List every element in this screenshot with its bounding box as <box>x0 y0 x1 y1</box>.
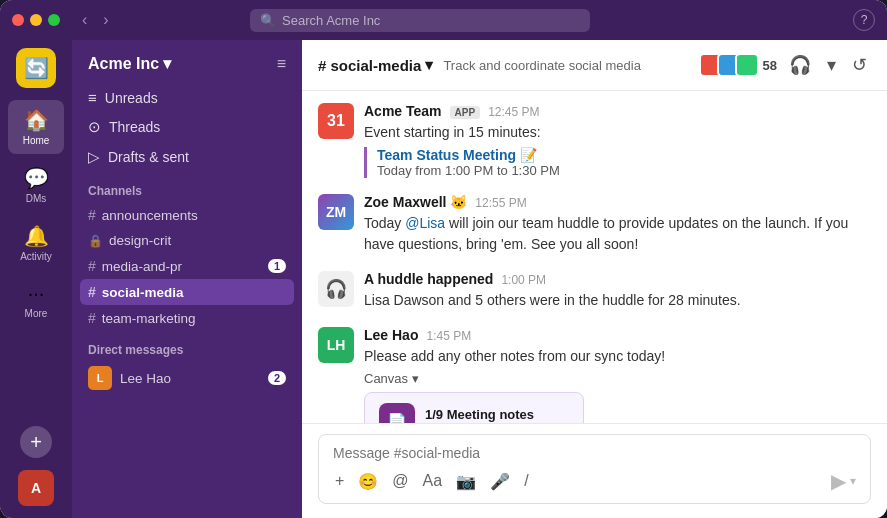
dm-name: Lee Hao <box>120 371 171 386</box>
channel-chevron-icon: ▾ <box>425 56 433 74</box>
message-input[interactable] <box>333 445 856 461</box>
zoe-maxwell-sender: Zoe Maxwell 🐱 <box>364 194 467 210</box>
sidebar-item-home[interactable]: 🏠 Home <box>8 100 64 154</box>
huddle-avatar: 🎧 <box>318 271 354 307</box>
workspace-name-text: Acme Inc <box>88 55 159 73</box>
meeting-card[interactable]: Team Status Meeting 📝 Today from 1:00 PM… <box>364 147 871 178</box>
unreads-label: Unreads <box>105 90 158 106</box>
channel-item-team-marketing[interactable]: # team-marketing <box>80 305 294 331</box>
sidebar: Acme Inc ▾ ≡ ≡ Unreads ⊙ Threads ▷ Draft… <box>72 40 302 518</box>
send-dropdown-button[interactable]: ▾ <box>850 474 856 488</box>
icon-rail: 🔄 🏠 Home 💬 DMs 🔔 Activity ··· More + A <box>0 40 72 518</box>
channel-header: # social-media ▾ Track and coordinate so… <box>302 40 887 91</box>
close-button[interactable] <box>12 14 24 26</box>
message-huddle: 🎧 A huddle happened 1:00 PM Lisa Dawson … <box>318 271 871 311</box>
user-avatar[interactable]: A <box>18 470 54 506</box>
huddle-button[interactable]: 🎧 <box>785 50 815 80</box>
maximize-button[interactable] <box>48 14 60 26</box>
channel-name: social-media <box>102 285 184 300</box>
member-avatars[interactable]: 58 <box>699 53 777 77</box>
traffic-lights <box>12 14 60 26</box>
message-input-box[interactable]: + 😊 @ Aa 📷 🎤 / ▶ ▾ <box>318 434 871 504</box>
sidebar-item-unreads[interactable]: ≡ Unreads <box>80 83 294 112</box>
help-button[interactable]: ? <box>853 9 875 31</box>
lee-hao-text: Please add any other notes from our sync… <box>364 346 871 367</box>
hash-icon: # <box>88 207 96 223</box>
sidebar-item-dms[interactable]: 💬 DMs <box>8 158 64 212</box>
member-avatar-3 <box>735 53 759 77</box>
zoe-maxwell-body: Zoe Maxwell 🐱 12:55 PM Today @Lisa will … <box>364 194 871 255</box>
zoe-maxwell-text: Today @Lisa will join our team huddle to… <box>364 213 871 255</box>
hash-icon: # <box>88 284 96 300</box>
audio-button[interactable]: 🎤 <box>488 470 512 493</box>
huddle-dropdown-button[interactable]: ▾ <box>823 50 840 80</box>
messages-area: 31 Acme Team APP 12:45 PM Event starting… <box>302 91 887 423</box>
video-button[interactable]: 📷 <box>454 470 478 493</box>
sidebar-item-activity[interactable]: 🔔 Activity <box>8 216 64 270</box>
canvas-title: 1/9 Meeting notes <box>425 407 534 422</box>
dm-item-lee-hao[interactable]: L Lee Hao 2 <box>72 361 302 395</box>
channel-item-media-and-pr[interactable]: # media-and-pr 1 <box>80 253 294 279</box>
huddle-text: Lisa Dawson and 5 others were in the hud… <box>364 290 871 311</box>
home-icon: 🏠 <box>24 108 49 132</box>
acme-team-header: Acme Team APP 12:45 PM <box>364 103 871 119</box>
canvas-info: 1/9 Meeting notes Canvas <box>425 407 534 424</box>
channel-title[interactable]: # social-media ▾ <box>318 56 433 74</box>
channel-name-text: # social-media <box>318 57 421 74</box>
search-input[interactable] <box>282 13 580 28</box>
search-icon: 🔍 <box>260 13 276 28</box>
workspace-name[interactable]: Acme Inc ▾ <box>88 54 171 73</box>
canvas-preview[interactable]: 📄 1/9 Meeting notes Canvas <box>364 392 584 423</box>
threads-icon: ⊙ <box>88 118 101 136</box>
member-count: 58 <box>763 58 777 73</box>
lee-hao-message-avatar: LH <box>318 327 354 363</box>
minimize-button[interactable] <box>30 14 42 26</box>
sidebar-item-more[interactable]: ··· More <box>8 274 64 327</box>
channel-item-announcements[interactable]: # announcements <box>80 202 294 228</box>
nav-buttons: ‹ › <box>76 9 115 31</box>
mention-button[interactable]: @ <box>390 470 410 492</box>
acme-team-body: Acme Team APP 12:45 PM Event starting in… <box>364 103 871 178</box>
main-content: # social-media ▾ Track and coordinate so… <box>302 40 887 518</box>
add-workspace-button[interactable]: + <box>20 426 52 458</box>
lock-icon: 🔒 <box>88 234 103 248</box>
sidebar-filter-button[interactable]: ≡ <box>277 55 286 73</box>
meeting-title: Team Status Meeting 📝 <box>377 147 871 163</box>
channel-item-design-crit[interactable]: 🔒 design-crit <box>80 228 294 253</box>
message-input-area: + 😊 @ Aa 📷 🎤 / ▶ ▾ <box>302 423 887 518</box>
channel-name: media-and-pr <box>102 259 182 274</box>
activity-icon: 🔔 <box>24 224 49 248</box>
workspace-chevron-icon: ▾ <box>163 54 171 73</box>
canvas-icon: 📄 <box>379 403 415 423</box>
dms-icon: 💬 <box>24 166 49 190</box>
nav-back-button[interactable]: ‹ <box>76 9 93 31</box>
huddle-sender: A huddle happened <box>364 271 493 287</box>
message-zoe-maxwell: ZM Zoe Maxwell 🐱 12:55 PM Today @Lisa wi… <box>318 194 871 255</box>
drafts-label: Drafts & sent <box>108 149 189 165</box>
canvas-button[interactable]: ↺ <box>848 50 871 80</box>
meeting-time: Today from 1:00 PM to 1:30 PM <box>377 163 871 178</box>
channel-name: team-marketing <box>102 311 196 326</box>
slash-button[interactable]: / <box>522 470 530 492</box>
channel-name: design-crit <box>109 233 171 248</box>
format-button[interactable]: Aa <box>421 470 445 492</box>
search-bar[interactable]: 🔍 <box>250 9 590 32</box>
attach-button[interactable]: + <box>333 470 346 492</box>
sidebar-nav: ≡ Unreads ⊙ Threads ▷ Drafts & sent <box>72 83 302 172</box>
message-lee-hao: LH Lee Hao 1:45 PM Please add any other … <box>318 327 871 423</box>
dms-label: DMs <box>26 193 47 204</box>
workspace-icon[interactable]: 🔄 <box>16 48 56 88</box>
unread-badge: 1 <box>268 259 286 273</box>
send-button[interactable]: ▶ <box>831 469 846 493</box>
channels-section-title: Channels <box>72 172 302 202</box>
mention-lisa[interactable]: @Lisa <box>405 215 445 231</box>
nav-forward-button[interactable]: › <box>97 9 114 31</box>
channel-item-social-media[interactable]: # social-media <box>80 279 294 305</box>
send-area: ▶ ▾ <box>831 469 856 493</box>
emoji-button[interactable]: 😊 <box>356 470 380 493</box>
sidebar-item-threads[interactable]: ⊙ Threads <box>80 112 294 142</box>
zoe-maxwell-avatar: ZM <box>318 194 354 230</box>
sidebar-item-drafts[interactable]: ▷ Drafts & sent <box>80 142 294 172</box>
canvas-label[interactable]: Canvas ▾ <box>364 371 871 386</box>
lee-hao-avatar: L <box>88 366 112 390</box>
